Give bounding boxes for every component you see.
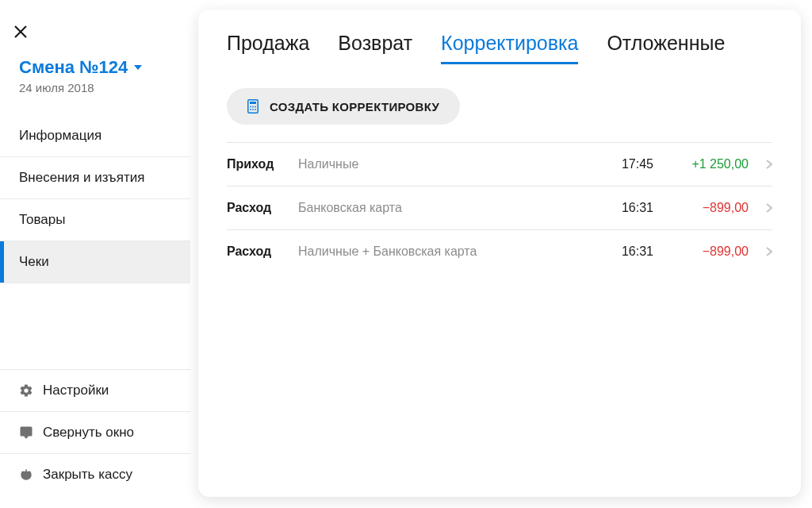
button-label: СОЗДАТЬ КОРРЕКТИРОВКУ xyxy=(270,100,439,114)
row-method: Банковская карта xyxy=(298,201,603,215)
tab-return[interactable]: Возврат xyxy=(338,32,412,64)
tab-label: Корректировка xyxy=(441,32,578,54)
chevron-right-icon xyxy=(749,203,772,213)
shift-title: Смена №124 xyxy=(19,57,128,78)
create-correction-button[interactable]: СОЗДАТЬ КОРРЕКТИРОВКУ xyxy=(227,88,460,125)
row-method: Наличные + Банковская карта xyxy=(298,244,603,259)
svg-point-5 xyxy=(250,106,251,108)
svg-point-7 xyxy=(255,106,256,108)
sidebar-item-label: Товары xyxy=(19,212,65,227)
main-panel: Продажа Возврат Корректировка Отложенные… xyxy=(198,10,801,497)
table-row[interactable]: Расход Банковская карта 16:31 −899,00 xyxy=(227,186,772,229)
shift-selector[interactable]: Смена №124 xyxy=(19,57,171,78)
main-panel-wrap: Продажа Возврат Корректировка Отложенные… xyxy=(190,0,812,508)
tab-sale[interactable]: Продажа xyxy=(227,32,309,64)
sidebar-item-label: Информация xyxy=(19,128,102,143)
row-time: 17:45 xyxy=(603,157,653,171)
row-amount: +1 250,00 xyxy=(653,157,749,171)
caret-down-icon xyxy=(134,64,142,71)
row-time: 16:31 xyxy=(603,201,653,215)
minimize-window-icon xyxy=(19,425,33,440)
power-icon xyxy=(19,468,33,482)
row-amount: −899,00 xyxy=(653,201,749,215)
sidebar-close-register[interactable]: Закрыть кассу xyxy=(0,454,190,495)
svg-point-10 xyxy=(255,109,256,110)
close-button[interactable] xyxy=(14,16,46,48)
table-row[interactable]: Приход Наличные 17:45 +1 250,00 xyxy=(227,142,772,186)
action-label: Настройки xyxy=(43,383,109,398)
row-amount: −899,00 xyxy=(653,244,749,259)
row-time: 16:31 xyxy=(603,244,653,259)
table-row[interactable]: Расход Наличные + Банковская карта 16:31… xyxy=(227,229,772,273)
svg-point-9 xyxy=(252,109,254,110)
sidebar-item-deposits[interactable]: Внесения и изъятия xyxy=(0,157,190,199)
gear-icon xyxy=(19,383,33,398)
sidebar-item-info[interactable]: Информация xyxy=(0,115,190,157)
tab-label: Отложенные xyxy=(607,32,725,54)
tab-pending[interactable]: Отложенные xyxy=(607,32,725,64)
close-icon xyxy=(14,25,27,38)
svg-point-8 xyxy=(250,109,251,110)
row-type: Приход xyxy=(227,157,298,171)
sidebar-settings[interactable]: Настройки xyxy=(0,369,190,412)
action-label: Свернуть окно xyxy=(43,425,134,441)
calculator-icon xyxy=(247,99,259,114)
sidebar-nav: Информация Внесения и изъятия Товары Чек… xyxy=(0,115,190,283)
sidebar-bottom-actions: Настройки Свернуть окно Закрыть кассу xyxy=(0,369,190,508)
row-type: Расход xyxy=(227,201,298,215)
sidebar-item-label: Чеки xyxy=(19,254,49,269)
correction-table: Приход Наличные 17:45 +1 250,00 Расход Б… xyxy=(227,142,772,273)
svg-point-6 xyxy=(252,106,254,108)
shift-header: Смена №124 24 июля 2018 xyxy=(0,48,190,109)
sidebar-item-products[interactable]: Товары xyxy=(0,199,190,241)
sidebar-item-label: Внесения и изъятия xyxy=(19,170,144,185)
sidebar: Смена №124 24 июля 2018 Информация Внесе… xyxy=(0,0,190,508)
chevron-right-icon xyxy=(749,247,772,256)
tab-label: Возврат xyxy=(338,32,412,54)
sidebar-minimize[interactable]: Свернуть окно xyxy=(0,412,190,454)
tab-correction[interactable]: Корректировка xyxy=(441,32,578,64)
shift-date: 24 июля 2018 xyxy=(19,81,171,94)
action-label: Закрыть кассу xyxy=(43,467,132,483)
row-type: Расход xyxy=(227,244,298,259)
tab-bar: Продажа Возврат Корректировка Отложенные xyxy=(227,32,772,64)
row-method: Наличные xyxy=(298,157,603,171)
sidebar-item-receipts[interactable]: Чеки xyxy=(0,241,190,283)
tab-label: Продажа xyxy=(227,32,309,54)
svg-rect-4 xyxy=(250,102,256,104)
chevron-right-icon xyxy=(749,160,772,169)
